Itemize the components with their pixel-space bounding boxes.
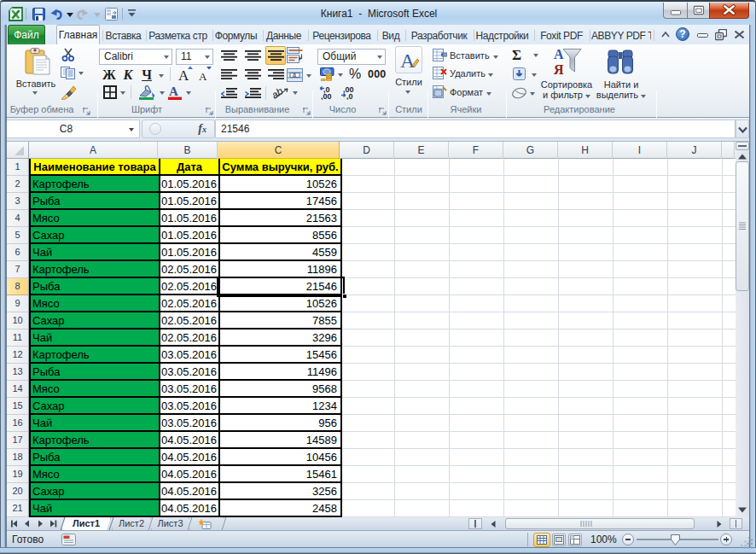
svg-text:А: А [554,47,564,61]
svg-text:ab: ab [273,85,286,100]
svg-text:a: a [293,72,296,78]
svg-text:А: А [199,70,207,82]
svg-text:А: А [169,85,178,98]
svg-text:А: А [178,67,189,82]
svg-text:,0: ,0 [346,92,353,100]
svg-text:Я: Я [554,62,564,77]
svg-text:А: А [400,50,416,71]
svg-text:,00: ,00 [321,92,332,100]
